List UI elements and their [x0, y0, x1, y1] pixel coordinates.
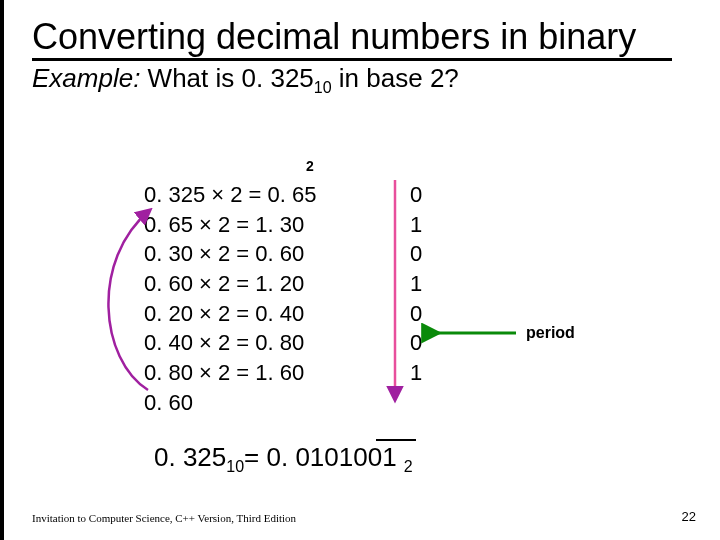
bit-row: 1: [410, 269, 422, 299]
example-text-after: in base 2?: [332, 63, 459, 93]
calc-row: 0. 30 × 2 = 0. 60: [144, 239, 316, 269]
result-left: 0. 325: [154, 442, 226, 472]
bit-row: 0: [410, 180, 422, 210]
example-label: Example:: [32, 63, 140, 93]
example-sub: 10: [314, 79, 332, 96]
calc-row: 0. 80 × 2 = 1. 60: [144, 358, 316, 388]
bit-row: 0: [410, 299, 422, 329]
result-sub1: 10: [226, 458, 244, 475]
example-line: Example: What is 0. 32510 in base 2?: [32, 63, 692, 97]
calc-row: 0. 60: [144, 388, 316, 418]
bits-block: 0 1 0 1 0 0 1: [410, 180, 422, 388]
calc-row: 0. 325 × 2 = 0. 65: [144, 180, 316, 210]
result-sub2: 2: [404, 458, 413, 475]
overline-bar: [376, 439, 416, 441]
result-line: 0. 32510= 0. 0101001 2: [154, 442, 413, 476]
calc-row: 0. 20 × 2 = 0. 40: [144, 299, 316, 329]
calc-row: 0. 65 × 2 = 1. 30: [144, 210, 316, 240]
period-label: period: [526, 324, 575, 342]
calculation-block: 0. 325 × 2 = 0. 65 0. 65 × 2 = 1. 30 0. …: [144, 180, 316, 418]
calc-row: 0. 40 × 2 = 0. 80: [144, 328, 316, 358]
bit-row: 0: [410, 239, 422, 269]
slide-title: Converting decimal numbers in binary: [32, 18, 672, 61]
bit-row: 0: [410, 328, 422, 358]
bit-row: 1: [410, 358, 422, 388]
example-text-before: What is 0. 325: [140, 63, 313, 93]
result-eq: = 0. 0101001: [244, 442, 404, 472]
page-number: 22: [682, 509, 696, 524]
small-2-label: 2: [306, 158, 314, 174]
footer-text: Invitation to Computer Science, C++ Vers…: [32, 512, 296, 524]
bit-row: 1: [410, 210, 422, 240]
calc-row: 0. 60 × 2 = 1. 20: [144, 269, 316, 299]
